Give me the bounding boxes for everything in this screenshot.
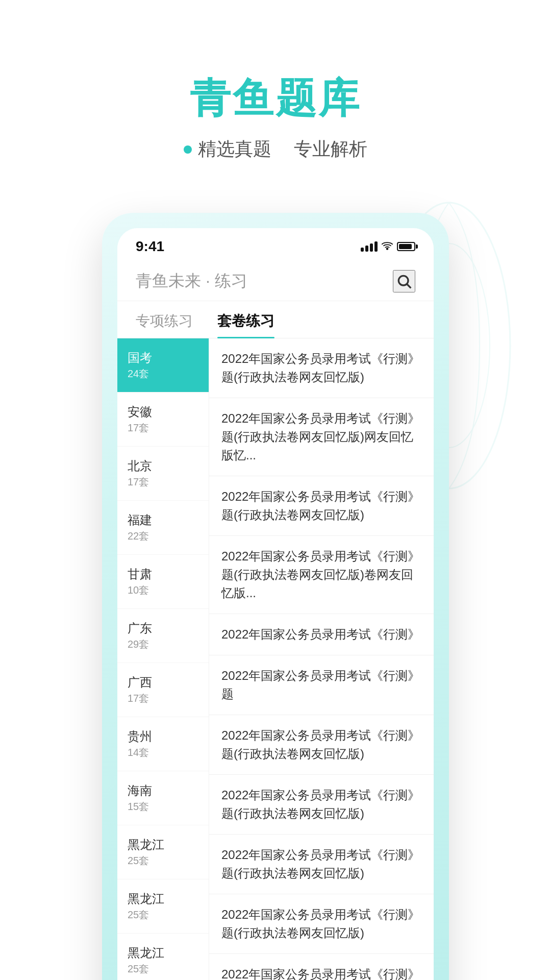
hero-section: 青鱼题库 精选真题 专业解析	[0, 0, 551, 192]
sidebar-item-11[interactable]: 黑龙江 25套	[117, 934, 209, 980]
sidebar-item-5[interactable]: 广东 29套	[117, 609, 209, 663]
sidebar-item-10[interactable]: 黑龙江 25套	[117, 879, 209, 934]
svg-point-2	[387, 248, 388, 250]
sidebar-item-3[interactable]: 福建 22套	[117, 501, 209, 555]
list-item[interactable]: 2022年国家公务员录用考试《行测》题(行政执法卷网友回忆版)	[209, 715, 434, 775]
list-item[interactable]: 2022年国家公务员录用考试《行测》题(行政执法卷网友回忆版)	[209, 835, 434, 894]
list-item[interactable]: 2022年国家公务员录用考试《行测》题(行政执法卷网友回忆版)网友回忆版忆...	[209, 398, 434, 476]
wifi-icon	[382, 240, 393, 253]
sidebar-item-8[interactable]: 海南 15套	[117, 771, 209, 825]
app-header-title: 青鱼未来 · 练习	[136, 270, 247, 292]
sidebar-item-6[interactable]: 广西 17套	[117, 663, 209, 717]
sidebar-item-9[interactable]: 黑龙江 25套	[117, 825, 209, 879]
list-item[interactable]: 2022年国家公务员录用考试《行测》题(行政执法卷网友回忆版)	[209, 476, 434, 536]
exam-list: 2022年国家公务员录用考试《行测》题(行政执法卷网友回忆版) 2022年国家公…	[209, 338, 434, 980]
list-item[interactable]: 2022年国家公务员录用考试《行测》题(行政执法卷网友回忆版)	[209, 338, 434, 398]
status-icons	[361, 240, 415, 253]
phone-wrapper: 9:41	[0, 192, 551, 980]
subtitle-dot	[184, 145, 192, 154]
phone-screen: 9:41	[117, 228, 434, 980]
header-separator: ·	[201, 272, 215, 290]
sidebar-item-2[interactable]: 北京 17套	[117, 447, 209, 501]
region-sidebar: 国考 24套 安徽 17套 北京 17套 福建 22套	[117, 338, 209, 980]
svg-line-4	[407, 284, 411, 288]
list-item[interactable]: 2022年国家公务员录用考试《行测》题(行政执法卷网友回忆版)卷网友回忆版...	[209, 536, 434, 614]
content-area: 国考 24套 安徽 17套 北京 17套 福建 22套	[117, 338, 434, 980]
battery-icon	[397, 242, 415, 251]
list-item[interactable]: 2022年国家公务员录用考试《行测》题(行政执法卷网友回忆版)	[209, 894, 434, 954]
sidebar-item-4[interactable]: 甘肃 10套	[117, 555, 209, 609]
search-button[interactable]	[393, 270, 415, 292]
list-item[interactable]: 2022年国家公务员录用考试《行测》题(行政执法卷网友回忆版)	[209, 775, 434, 835]
tab-special-practice[interactable]: 专项练习	[136, 311, 193, 338]
tab-paper-practice[interactable]: 套卷练习	[217, 311, 274, 338]
tab-bar: 专项练习 套卷练习	[117, 301, 434, 338]
phone-mockup: 9:41	[102, 213, 449, 980]
status-time: 9:41	[136, 238, 164, 255]
search-icon	[396, 273, 412, 289]
sidebar-item-1[interactable]: 安徽 17套	[117, 393, 209, 447]
svg-point-3	[398, 276, 408, 285]
list-item[interactable]: 2022年国家公务员录用考试《行测》题	[209, 655, 434, 715]
app-title: 青鱼题库	[0, 71, 551, 127]
status-bar: 9:41	[117, 228, 434, 260]
sidebar-item-0[interactable]: 国考 24套	[117, 338, 209, 393]
subtitle-text2: 专业解析	[294, 137, 367, 162]
app-header: 青鱼未来 · 练习	[117, 260, 434, 301]
sidebar-item-7[interactable]: 贵州 14套	[117, 717, 209, 771]
signal-icon	[361, 241, 378, 252]
list-item[interactable]: 2022年国家公务员录用考试《行测》	[209, 614, 434, 655]
subtitle-text1: 精选真题	[198, 137, 271, 162]
list-item[interactable]: 2022年国家公务员录用考试《行测》题(行政执法卷网友回忆版)	[209, 954, 434, 980]
hero-subtitle: 精选真题 专业解析	[0, 137, 551, 162]
